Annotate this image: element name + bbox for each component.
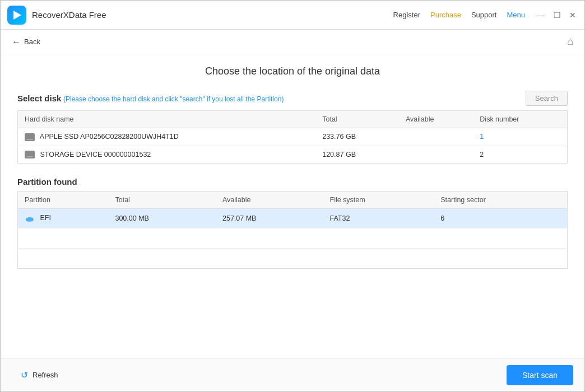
app-name: RecoverXData Free: [32, 10, 393, 20]
minimize-button[interactable]: —: [536, 10, 546, 20]
navbar: ← Back ⌂: [1, 30, 584, 54]
table-row[interactable]: STORAGE DEVICE 000000001532 120.87 GB 2: [18, 146, 568, 164]
svg-marker-0: [13, 11, 21, 20]
disk-total-cell: 233.76 GB: [315, 128, 399, 146]
col-disk-available: Available: [399, 111, 473, 128]
partition-icon: [25, 213, 35, 223]
maximize-button[interactable]: ❐: [552, 10, 562, 20]
window-controls: — ❐ ✕: [536, 10, 578, 20]
purchase-link[interactable]: Purchase: [430, 11, 461, 19]
select-disk-title-area: Select disk (Please choose the hard disk…: [17, 94, 284, 103]
start-scan-button[interactable]: Start scan: [507, 365, 573, 385]
partition-title: Partition found: [17, 177, 77, 186]
partition-name-cell: EFI: [18, 209, 109, 228]
disk-available-cell: [399, 128, 473, 146]
partition-available-cell: 257.07 MB: [216, 209, 323, 228]
select-disk-title: Select disk: [17, 94, 61, 103]
col-partition: Partition: [18, 192, 109, 209]
titlebar: RecoverXData Free Register Purchase Supp…: [1, 1, 584, 30]
partition-table: Partition Total Available File system St…: [17, 191, 568, 269]
home-icon[interactable]: ⌂: [567, 36, 573, 48]
support-link[interactable]: Support: [471, 11, 497, 19]
page-title: Choose the location of the original data: [17, 66, 568, 77]
disk-name-label: APPLE SSD AP0256C02828200UWJH4T1D: [40, 133, 179, 141]
footer: ↺ Refresh Start scan: [1, 358, 584, 391]
back-arrow-icon: ←: [12, 37, 21, 47]
app-logo: [7, 6, 26, 25]
partition-label: EFI: [40, 214, 50, 222]
main-window: RecoverXData Free Register Purchase Supp…: [0, 0, 585, 392]
back-label: Back: [24, 38, 40, 46]
table-row: [18, 228, 568, 249]
disk-table: Hard disk name Total Available Disk numb…: [17, 110, 568, 164]
partition-filesystem-cell: FAT32: [323, 209, 434, 228]
col-filesystem: File system: [323, 192, 434, 209]
disk-available-cell: [399, 146, 473, 164]
refresh-icon: ↺: [21, 370, 28, 380]
disk-total-cell: 120.87 GB: [315, 146, 399, 164]
back-button[interactable]: ← Back: [12, 37, 40, 47]
select-disk-header: Select disk (Please choose the hard disk…: [17, 91, 568, 106]
main-content: Choose the location of the original data…: [1, 54, 584, 358]
col-disk-name: Hard disk name: [18, 111, 316, 128]
disk-number-link[interactable]: 1: [480, 133, 484, 141]
partition-header: Partition found: [17, 177, 568, 186]
disk-name-cell: APPLE SSD AP0256C02828200UWJH4T1D: [18, 128, 316, 146]
menu-link[interactable]: Menu: [507, 11, 525, 19]
disk-number-cell: 1: [473, 128, 567, 146]
close-button[interactable]: ✕: [568, 10, 578, 20]
table-row[interactable]: EFI 300.00 MB 257.07 MB FAT32 6: [18, 209, 568, 228]
disk-name-cell: STORAGE DEVICE 000000001532: [18, 146, 316, 164]
disk-name-label: STORAGE DEVICE 000000001532: [40, 151, 151, 158]
select-disk-subtitle: (Please choose the hard disk and click "…: [63, 95, 284, 103]
refresh-label: Refresh: [32, 371, 58, 379]
titlebar-nav: Register Purchase Support Menu: [393, 11, 525, 19]
col-disk-total: Total: [315, 111, 399, 128]
table-row: [18, 249, 568, 269]
partition-sector-cell: 6: [434, 209, 567, 228]
col-disk-number: Disk number: [473, 111, 567, 128]
svg-point-4: [26, 218, 34, 221]
disk-number-cell: 2: [473, 146, 567, 164]
col-starting-sector: Starting sector: [434, 192, 567, 209]
disk-icon: [25, 133, 35, 141]
refresh-button[interactable]: ↺ Refresh: [12, 365, 67, 385]
table-row[interactable]: APPLE SSD AP0256C02828200UWJH4T1D 233.76…: [18, 128, 568, 146]
register-link[interactable]: Register: [393, 11, 420, 19]
disk-icon: [25, 151, 35, 158]
partition-table-header-row: Partition Total Available File system St…: [18, 192, 568, 209]
search-button[interactable]: Search: [526, 91, 568, 106]
col-partition-total: Total: [108, 192, 216, 209]
disk-table-header-row: Hard disk name Total Available Disk numb…: [18, 111, 568, 128]
partition-total-cell: 300.00 MB: [108, 209, 216, 228]
col-partition-available: Available: [216, 192, 323, 209]
